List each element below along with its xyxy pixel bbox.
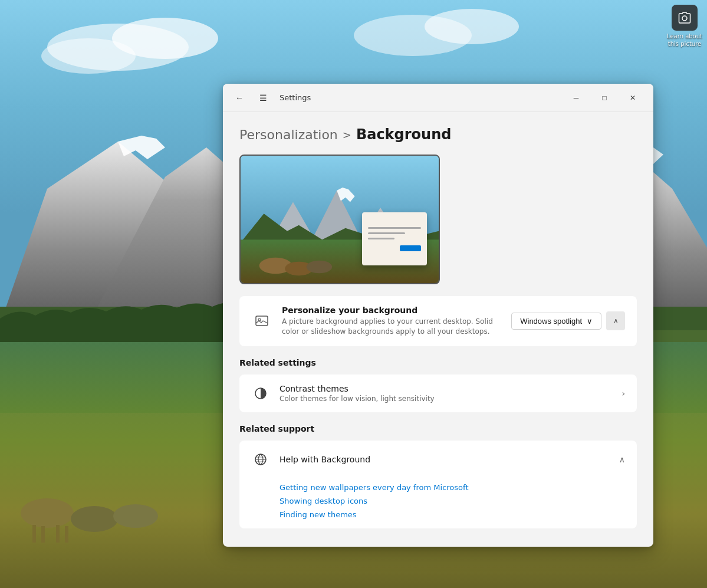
background-type-dropdown[interactable]: Windows spotlight ∨ bbox=[511, 313, 601, 330]
related-settings-card: Contrast themes Color themes for low vis… bbox=[239, 375, 637, 412]
background-icon bbox=[251, 310, 272, 331]
minimize-button[interactable]: ─ bbox=[563, 88, 590, 107]
back-icon: ← bbox=[235, 93, 244, 103]
personalize-desc: A picture background applies to your cur… bbox=[282, 317, 502, 337]
dialog-line-2 bbox=[368, 232, 405, 234]
help-title-text: Help with Background bbox=[279, 455, 610, 464]
breadcrumb-parent[interactable]: Personalization bbox=[239, 127, 338, 142]
close-icon: ✕ bbox=[630, 94, 636, 102]
background-control: Windows spotlight ∨ ∧ bbox=[511, 311, 625, 330]
settings-content[interactable]: Personalization > Background bbox=[223, 112, 653, 547]
dialog-ok-button bbox=[400, 245, 421, 251]
related-settings-heading: Related settings bbox=[239, 358, 637, 367]
help-content: Getting new wallpapers every day from Mi… bbox=[239, 478, 637, 528]
maximize-button[interactable]: □ bbox=[591, 88, 618, 107]
background-preview bbox=[239, 155, 440, 284]
contrast-icon bbox=[251, 384, 270, 403]
svg-point-40 bbox=[258, 318, 261, 321]
dialog-line-3 bbox=[368, 238, 394, 239]
svg-point-37 bbox=[307, 261, 332, 274]
window-title: Settings bbox=[279, 93, 311, 102]
contrast-desc: Color themes for low vision, light sensi… bbox=[279, 395, 612, 403]
help-title: Help with Background bbox=[279, 455, 610, 464]
minimize-icon: ─ bbox=[574, 94, 579, 102]
help-chevron-up-icon: ∧ bbox=[619, 455, 625, 464]
preview-dialog bbox=[362, 212, 427, 265]
title-bar: ← ☰ Settings ─ □ ✕ bbox=[223, 84, 653, 112]
dialog-line-1 bbox=[368, 227, 421, 229]
personalize-background-text: Personalize your background A picture ba… bbox=[282, 306, 502, 337]
breadcrumb: Personalization > Background bbox=[239, 126, 637, 143]
help-header[interactable]: Help with Background ∧ bbox=[239, 441, 637, 478]
maximize-icon: □ bbox=[602, 94, 606, 102]
svg-rect-39 bbox=[256, 316, 268, 326]
close-button[interactable]: ✕ bbox=[619, 88, 646, 107]
hamburger-button[interactable]: ☰ bbox=[254, 88, 272, 107]
help-card: Help with Background ∧ Getting new wallp… bbox=[239, 441, 637, 528]
personalize-title: Personalize your background bbox=[282, 306, 502, 315]
related-support-heading: Related support bbox=[239, 424, 637, 433]
camera-icon bbox=[672, 5, 698, 31]
chevron-down-icon: ∨ bbox=[587, 317, 593, 326]
camera-label: Learn about this picture bbox=[667, 32, 702, 48]
settings-window: ← ☰ Settings ─ □ ✕ Personalization > Bac… bbox=[223, 84, 653, 547]
contrast-arrow-icon: › bbox=[621, 389, 625, 398]
background-expand-button[interactable]: ∧ bbox=[606, 311, 625, 330]
contrast-title: Contrast themes bbox=[279, 384, 612, 393]
help-globe-icon bbox=[251, 450, 270, 469]
hamburger-icon: ☰ bbox=[259, 93, 267, 103]
contrast-themes-text: Contrast themes Color themes for low vis… bbox=[279, 384, 612, 403]
help-link-2[interactable]: Showing desktop icons bbox=[279, 497, 625, 505]
window-controls: ─ □ ✕ bbox=[563, 88, 646, 107]
contrast-themes-item[interactable]: Contrast themes Color themes for low vis… bbox=[239, 375, 637, 412]
back-button[interactable]: ← bbox=[230, 88, 249, 107]
camera-widget[interactable]: Learn about this picture bbox=[667, 5, 702, 48]
help-link-3[interactable]: Finding new themes bbox=[279, 510, 625, 519]
breadcrumb-current: Background bbox=[356, 126, 452, 143]
svg-point-28 bbox=[682, 16, 687, 21]
personalize-background-card: Personalize your background A picture ba… bbox=[239, 296, 637, 346]
chevron-up-icon: ∧ bbox=[613, 317, 619, 325]
dropdown-value: Windows spotlight bbox=[520, 317, 582, 326]
svg-point-3 bbox=[41, 38, 136, 74]
svg-point-5 bbox=[425, 9, 519, 44]
title-bar-nav: ← ☰ Settings bbox=[230, 88, 563, 107]
breadcrumb-separator: > bbox=[343, 129, 351, 141]
help-link-1[interactable]: Getting new wallpapers every day from Mi… bbox=[279, 483, 625, 492]
